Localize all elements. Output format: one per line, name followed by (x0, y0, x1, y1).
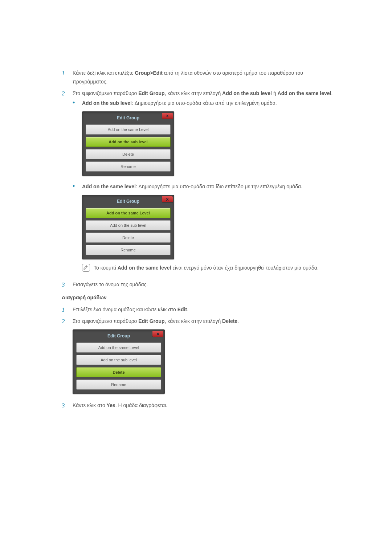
text: , κάντε κλικ στην επιλογή (165, 318, 222, 324)
add-same-level-button[interactable]: Add on the same Level (76, 342, 161, 353)
bullet-list: • Add on the sub level: Δημιουργήστε μια… (73, 99, 336, 275)
text: : Δημιουργήστε μια υπο-ομάδα κάτω από τη… (132, 100, 277, 106)
bold: Edit Group (138, 90, 164, 96)
text: , κάντε κλικ στην επιλογή (165, 90, 222, 96)
text: . Η ομάδα διαγράφεται. (115, 402, 167, 408)
step-number: 3 (62, 280, 70, 289)
step-1: 1 Κάντε δεξί κλικ και επιλέξτε Group>Edi… (62, 69, 336, 86)
text: . (331, 90, 332, 96)
step-body: Κάντε δεξί κλικ και επιλέξτε Group>Edit … (73, 69, 336, 86)
step-body: Στο εμφανιζόμενο παράθυρο Edit Group, κά… (73, 317, 336, 398)
bullet-sub-level: • Add on the sub level: Δημιουργήστε μια… (73, 99, 336, 180)
dialog-title: Edit Group (107, 332, 130, 340)
text: : Δημιουργήστε μια υπο-ομάδα στο ίδιο επ… (136, 184, 302, 189)
bold: Add on the same level (278, 90, 331, 96)
step-number: 2 (62, 317, 70, 326)
text: είναι ενεργό μόνο όταν έχει δημιουργηθεί… (171, 265, 319, 271)
step-body: Στο εμφανιζόμενο παράθυρο Edit Group, κά… (73, 89, 336, 278)
rename-button[interactable]: Rename (86, 245, 171, 255)
text: Κάντε κλικ στο (73, 402, 107, 408)
edit-group-dialog-same: Edit Group x Add on the same Level Add o… (82, 195, 174, 259)
bold: Add on the sub level (222, 90, 272, 96)
close-icon[interactable]: x (162, 113, 173, 119)
bold: Add on the same level (118, 265, 171, 271)
del-step-3: 3 Κάντε κλικ στο Yes. Η ομάδα διαγράφετα… (62, 401, 336, 410)
step-body: Κάντε κλικ στο Yes. Η ομάδα διαγράφεται. (73, 401, 336, 410)
text: ή (272, 90, 278, 96)
subheading-delete-groups: Διαγραφή ομάδων (62, 294, 336, 302)
bold: Edit Group (138, 318, 164, 324)
delete-button[interactable]: Delete (76, 367, 161, 377)
text: . (187, 307, 188, 312)
steps-list-a: 1 Κάντε δεξί κλικ και επιλέξτε Group>Edi… (62, 69, 336, 289)
dialog-titlebar: Edit Group x (84, 114, 172, 122)
bold: Add on the same level (82, 184, 136, 189)
close-icon[interactable]: x (162, 196, 173, 202)
bullet-body: Add on the sub level: Δημιουργήστε μια υ… (82, 99, 336, 180)
add-sub-level-button[interactable]: Add on the sub level (86, 137, 171, 147)
bullet-dot-icon: • (73, 182, 81, 190)
bold: Delete (222, 318, 237, 324)
del-step-2: 2 Στο εμφανιζόμενο παράθυρο Edit Group, … (62, 317, 336, 398)
dialog-titlebar: Edit Group x (84, 197, 172, 206)
bullet-body: Add on the same level: Δημιουργήστε μια … (82, 182, 336, 275)
dialog-title: Edit Group (117, 198, 139, 205)
bold: Group>Edit (135, 70, 163, 76)
bold: Yes (107, 402, 115, 408)
step-3: 3 Εισαγάγετε το όνομα της ομάδας. (62, 280, 336, 289)
add-same-level-button[interactable]: Add on the same Level (86, 208, 171, 218)
step-number: 3 (62, 401, 70, 410)
add-sub-level-button[interactable]: Add on the sub level (86, 220, 171, 230)
rename-button[interactable]: Rename (76, 379, 161, 390)
del-step-1: 1 Επιλέξτε ένα όνομα ομάδας και κάντε κλ… (62, 305, 336, 314)
text: . (237, 318, 239, 324)
close-icon[interactable]: x (152, 331, 163, 337)
text: Στο εμφανιζόμενο παράθυρο (73, 318, 138, 324)
text: Το κουμπί (94, 265, 118, 271)
step-number: 2 (62, 89, 70, 98)
dialog-titlebar: Edit Group x (75, 332, 163, 340)
rename-button[interactable]: Rename (86, 161, 171, 172)
note: Το κουμπί Add on the same level είναι εν… (82, 264, 336, 272)
step-2: 2 Στο εμφανιζόμενο παράθυρο Edit Group, … (62, 89, 336, 278)
steps-list-b: 1 Επιλέξτε ένα όνομα ομάδας και κάντε κλ… (62, 305, 336, 410)
add-sub-level-button[interactable]: Add on the sub level (76, 355, 161, 365)
delete-button[interactable]: Delete (86, 149, 171, 159)
bullet-dot-icon: • (73, 99, 81, 107)
edit-group-dialog-sub: Edit Group x Add on the same Level Add o… (82, 111, 174, 176)
step-body: Επιλέξτε ένα όνομα ομάδας και κάντε κλικ… (73, 305, 336, 314)
dialog-title: Edit Group (117, 114, 139, 122)
text: Στο εμφανιζόμενο παράθυρο (73, 90, 138, 96)
delete-button[interactable]: Delete (86, 233, 171, 243)
add-same-level-button[interactable]: Add on the same Level (86, 124, 171, 135)
text: Κάντε δεξί κλικ και επιλέξτε (73, 70, 135, 76)
bullet-same-level: • Add on the same level: Δημιουργήστε μι… (73, 182, 336, 275)
note-text: Το κουμπί Add on the same level είναι εν… (94, 264, 336, 272)
bold: Edit (177, 307, 187, 312)
text: Επιλέξτε ένα όνομα ομάδας και κάντε κλικ… (73, 307, 177, 312)
note-icon (82, 264, 90, 272)
step-number: 1 (62, 69, 70, 78)
bold: Add on the sub level (82, 100, 132, 106)
edit-group-dialog-delete: Edit Group x Add on the same Level Add o… (73, 329, 165, 394)
step-number: 1 (62, 305, 70, 314)
document-page: 1 Κάντε δεξί κλικ και επιλέξτε Group>Edi… (0, 0, 392, 554)
step-body: Εισαγάγετε το όνομα της ομάδας. (73, 280, 336, 289)
